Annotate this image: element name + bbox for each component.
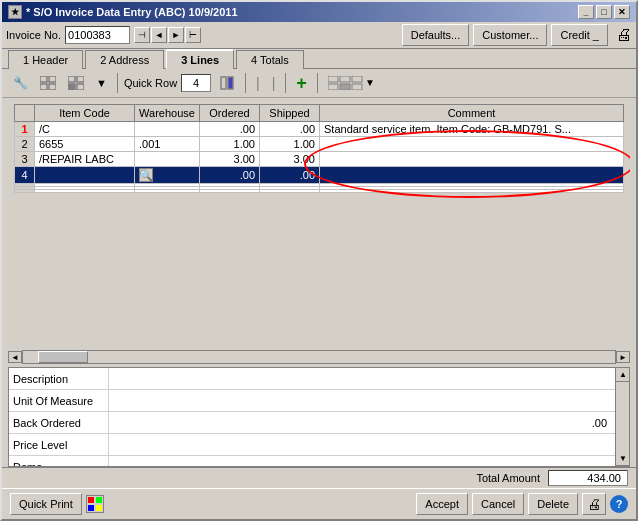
tab-lines[interactable]: 3 Lines — [166, 49, 234, 69]
minimize-button[interactable]: _ — [578, 5, 594, 19]
nav-prev-button[interactable]: ◄ — [151, 27, 167, 43]
quick-row-input[interactable] — [181, 74, 211, 92]
toolbar-tool3-button[interactable] — [64, 72, 88, 94]
nav-start-button[interactable]: ⊣ — [134, 27, 150, 43]
pipe-btn2[interactable]: | — [268, 72, 280, 94]
row-num-2: 2 — [15, 137, 35, 152]
table-header-row: Item Code Warehouse Ordered Shipped Comm… — [15, 105, 624, 122]
separator3 — [285, 73, 286, 93]
defaults-button[interactable]: Defaults... — [402, 24, 470, 46]
main-window: ★ * S/O Invoice Data Entry (ABC) 10/9/20… — [0, 0, 638, 521]
cancel-button[interactable]: Cancel — [472, 493, 524, 515]
scroll-track — [22, 350, 616, 364]
quick-row-go-button[interactable] — [215, 72, 239, 94]
scroll-left-button[interactable]: ◄ — [8, 351, 22, 363]
quick-print-button[interactable]: Quick Print — [10, 493, 82, 515]
svg-rect-13 — [328, 84, 338, 90]
svg-rect-18 — [96, 497, 102, 503]
detail-backordered-row: Back Ordered .00 — [9, 412, 615, 434]
detail-uom-row: Unit Of Measure — [9, 390, 615, 412]
ordered-2: 1.00 — [200, 137, 260, 152]
search-icon[interactable]: 🔍 — [139, 168, 153, 182]
item-code-4-input[interactable] — [39, 169, 99, 181]
col-num — [15, 105, 35, 122]
window-title: * S/O Invoice Data Entry (ABC) 10/9/2011 — [26, 6, 238, 18]
delete-button[interactable]: Delete — [528, 493, 578, 515]
details-fields: Description Unit Of Measure Back Ordered… — [9, 368, 615, 466]
detail-description-row: Description — [9, 368, 615, 390]
table-row: 2 6655 .001 1.00 1.00 — [15, 137, 624, 152]
toolbar-tool1-button[interactable]: 🔧 — [8, 72, 32, 94]
tab-address[interactable]: 2 Address — [85, 50, 164, 69]
toolbar-dropdown-button[interactable]: ▼ — [92, 72, 111, 94]
svg-rect-17 — [88, 497, 94, 503]
title-controls: _ □ ✕ — [578, 5, 630, 19]
bottom-left: Quick Print — [10, 493, 104, 515]
table-row: 3 /REPAIR LABC 3.00 3.00 — [15, 152, 624, 167]
warehouse-1 — [135, 122, 200, 137]
scroll-track-vertical — [616, 382, 629, 452]
nav-buttons: ⊣ ◄ ► ⊢ — [134, 27, 201, 43]
svg-rect-4 — [68, 76, 75, 82]
svg-rect-8 — [221, 77, 226, 89]
accept-button[interactable]: Accept — [416, 493, 468, 515]
item-code-4[interactable] — [35, 167, 135, 184]
table-wrapper: Item Code Warehouse Ordered Shipped Comm… — [8, 100, 630, 347]
scroll-down-button[interactable]: ▼ — [616, 452, 630, 466]
invoice-label: Invoice No. — [6, 29, 61, 41]
help-button[interactable]: ? — [610, 495, 628, 513]
grid1-icon — [40, 75, 56, 91]
add-button[interactable]: + — [292, 72, 311, 94]
shipped-1: .00 — [260, 122, 320, 137]
shipped-2: 1.00 — [260, 137, 320, 152]
svg-rect-15 — [352, 84, 362, 90]
print-button[interactable]: 🖨 — [582, 493, 606, 515]
detail-backordered-label: Back Ordered — [9, 412, 109, 433]
go-icon — [219, 75, 235, 91]
pipe-btn1[interactable]: | — [252, 72, 264, 94]
tab-header[interactable]: 1 Header — [8, 50, 83, 69]
item-code-2: 6655 — [35, 137, 135, 152]
credit-button[interactable]: Credit _ — [551, 24, 608, 46]
title-bar-left: ★ * S/O Invoice Data Entry (ABC) 10/9/20… — [8, 5, 238, 19]
comment-2 — [320, 137, 624, 152]
comment-1: Standard service item. Item Code: GB-MD7… — [320, 122, 624, 137]
window-icon: ★ — [8, 5, 22, 19]
close-button[interactable]: ✕ — [614, 5, 630, 19]
svg-rect-12 — [352, 76, 362, 82]
comment-3 — [320, 152, 624, 167]
nav-end-button[interactable]: ⊢ — [185, 27, 201, 43]
bottom-bar: Quick Print Accept Cancel Delete 🖨 ? — [2, 488, 636, 519]
svg-rect-20 — [96, 505, 102, 511]
nav-next-button[interactable]: ► — [168, 27, 184, 43]
table-row-selected: 4 🔍 .00 .00 — [15, 167, 624, 184]
total-amount-label: Total Amount — [476, 472, 540, 484]
svg-rect-7 — [77, 84, 84, 90]
row-num-4: 4 — [15, 167, 35, 184]
scroll-up-button[interactable]: ▲ — [616, 368, 630, 382]
comment-4 — [320, 167, 624, 184]
tabs-row: 1 Header 2 Address 3 Lines 4 Totals — [2, 49, 636, 69]
ordered-3: 3.00 — [200, 152, 260, 167]
windows-logo-button[interactable] — [86, 495, 104, 513]
col-ordered: Ordered — [200, 105, 260, 122]
customer-button[interactable]: Customer... — [473, 24, 547, 46]
toolbar-tool2-button[interactable] — [36, 72, 60, 94]
table-row-empty-3 — [15, 190, 624, 193]
shipped-3: 3.00 — [260, 152, 320, 167]
detail-demo-row: Demo... — [9, 456, 615, 467]
detail-demo-label: Demo... — [9, 456, 109, 467]
horizontal-scrollbar[interactable]: ◄ ► — [8, 349, 630, 365]
tab-totals[interactable]: 4 Totals — [236, 50, 304, 69]
separator4 — [317, 73, 318, 93]
svg-rect-10 — [328, 76, 338, 82]
svg-rect-11 — [340, 76, 350, 82]
scroll-thumb[interactable] — [38, 351, 88, 363]
maximize-button[interactable]: □ — [596, 5, 612, 19]
warehouse-2: .001 — [135, 137, 200, 152]
svg-rect-14 — [340, 84, 350, 90]
invoice-lines-table: Item Code Warehouse Ordered Shipped Comm… — [14, 104, 624, 193]
invoice-number-input[interactable] — [65, 26, 130, 44]
scroll-right-button[interactable]: ► — [616, 351, 630, 363]
grid-options-button[interactable]: ▼ — [324, 72, 380, 94]
